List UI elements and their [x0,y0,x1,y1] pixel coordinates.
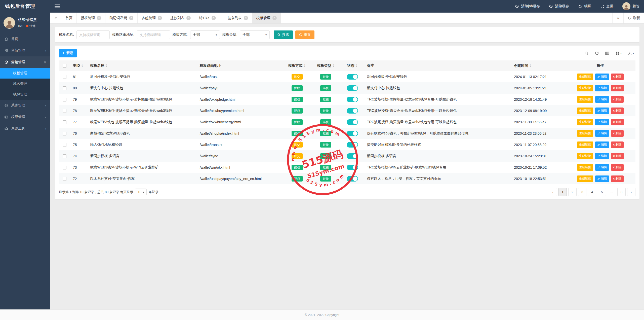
column-header-1[interactable]: 主ID▲▼ [70,60,88,71]
generate-link-button[interactable]: 生成链接 [577,74,593,80]
sidebar-item-marketing[interactable]: 营销管理 ∨ [0,56,50,68]
reset-button[interactable]: 重置 [295,30,314,39]
column-header-5[interactable]: 模板类型▲▼ [311,60,340,71]
status-toggle[interactable] [347,97,358,102]
status-toggle[interactable] [347,176,358,182]
tab-模板管理[interactable]: 模板管理 × [252,13,281,23]
table-search-button[interactable] [584,51,589,55]
sidebar-toggle-button[interactable] [50,0,64,13]
sidebar-item-tools[interactable]: 系统工具 ‹ [0,123,50,134]
sidebar-item-domain[interactable]: 域名管理 [0,79,50,89]
table-refresh-button[interactable] [595,51,599,55]
sort-icon[interactable]: ▲▼ [304,64,306,67]
page-button-4[interactable]: 4 [588,188,596,196]
generate-link-button[interactable]: 生成链接 [577,96,593,103]
row-checkbox[interactable] [63,120,66,124]
next-page-button[interactable]: › [627,188,635,196]
logout-button[interactable]: 注销 [26,24,35,28]
generate-link-button[interactable]: 生成链接 [577,130,593,137]
row-checkbox[interactable] [63,109,66,113]
row-checkbox[interactable] [63,166,66,169]
generate-link-button[interactable]: 生成链接 [577,141,593,148]
page-button-1[interactable]: 1 [558,188,567,196]
select-all-checkbox[interactable] [63,64,66,68]
edit-button[interactable]: 编辑 [595,119,609,125]
generate-link-button[interactable]: 生成链接 [577,108,593,114]
tab-转TRX[interactable]: 转TRX × [195,13,220,23]
row-checkbox[interactable] [63,86,66,90]
status-toggle[interactable] [347,131,358,136]
delete-button[interactable]: ×删除 [611,153,624,159]
clear-cache-button[interactable]: 清除缓存 [544,0,574,13]
sidebar-item-home[interactable]: 首页 [0,33,50,45]
tabs-scroll-left-button[interactable]: « [50,13,61,23]
page-button-5[interactable]: 5 [598,188,606,196]
search-button[interactable]: 搜索 [274,30,293,39]
table-columns-button[interactable] [605,51,609,55]
tab-多签管理[interactable]: 多签管理 × [138,13,166,23]
edit-button[interactable]: 编辑 [595,74,609,80]
tab-一波条列表[interactable]: 一波条列表 × [220,13,252,23]
sidebar-item-fish[interactable]: 鱼苗管理 ‹ [0,45,50,56]
generate-link-button[interactable]: 生成链接 [577,119,593,125]
page-size-select[interactable]: 10 ▴ [135,189,147,195]
tab-提款列表[interactable]: 提款列表 × [166,13,195,23]
template-route-input[interactable] [137,30,170,39]
user-menu[interactable]: 超管 [618,0,644,13]
column-header-4[interactable]: 模板方式▲▼ [283,60,311,71]
sort-icon[interactable]: ▲▼ [81,64,83,67]
tab-首页[interactable]: 首页 [61,13,77,23]
status-toggle[interactable] [347,119,358,125]
sort-icon[interactable]: ▲▼ [529,64,531,67]
edit-button[interactable]: 编辑 [595,164,609,171]
edit-button[interactable]: 编辑 [595,130,609,137]
sort-icon[interactable]: ▲▼ [355,64,357,67]
edit-button[interactable]: 编辑 [595,96,609,103]
page-button-2[interactable]: 2 [568,188,577,196]
tab-助记词私钥[interactable]: 助记词私钥 × [105,13,138,23]
row-checkbox[interactable] [63,143,66,147]
page-button-3[interactable]: 3 [578,188,586,196]
generate-link-button[interactable]: 生成链接 [577,153,593,159]
tab-close-icon[interactable]: × [129,16,133,20]
edit-button[interactable]: 编辑 [595,141,609,148]
tab-close-icon[interactable]: × [272,16,277,20]
delete-button[interactable]: ×删除 [611,74,624,80]
sort-icon[interactable]: ▲▼ [333,64,335,67]
row-checkbox[interactable] [63,132,66,135]
add-button[interactable]: + 新增 [59,49,77,57]
table-layout-button[interactable]: ▾ [615,51,622,55]
tab-close-icon[interactable]: × [158,16,162,20]
delete-button[interactable]: ×删除 [611,164,624,171]
delete-button[interactable]: ×删除 [611,85,624,91]
sidebar-item-wallet[interactable]: 钱包管理 [0,89,50,100]
sidebar-item-template[interactable]: 模板管理 [0,68,50,79]
column-header-6[interactable]: 状态▲▼ [340,60,364,71]
status-toggle[interactable] [347,74,358,80]
tab-close-icon[interactable]: × [244,16,248,20]
delete-button[interactable]: ×删除 [611,108,624,114]
status-toggle[interactable] [347,165,358,170]
delete-button[interactable]: ×删除 [611,175,624,182]
prev-page-button[interactable]: ‹ [549,188,557,196]
sort-icon[interactable]: ▲▼ [106,64,108,67]
template-method-select[interactable]: 全部 ▾ [190,30,220,39]
template-type-select[interactable]: 全部 ▾ [240,30,270,39]
edit-button[interactable]: 编辑 [595,175,609,182]
delete-button[interactable]: ×删除 [611,119,624,125]
clear-job-cache-button[interactable]: 清除job缓存 [510,0,544,13]
tab-close-icon[interactable]: × [97,16,101,20]
delete-button[interactable]: ×删除 [611,96,624,103]
page-button-8[interactable]: 8 [617,188,626,196]
row-checkbox[interactable] [63,177,66,181]
tabs-scroll-right-button[interactable]: » [612,13,623,23]
delete-button[interactable]: ×删除 [611,141,624,148]
tab-close-icon[interactable]: × [186,16,191,20]
edit-button[interactable]: 编辑 [595,153,609,159]
tab-refresh-button[interactable]: 刷新 [623,13,644,23]
generate-link-button[interactable]: 生成链接 [577,175,593,182]
sidebar-item-system[interactable]: 系统管理 ‹ [0,100,50,111]
table-export-button[interactable]: ▾ [628,51,634,55]
generate-link-button[interactable]: 生成链接 [577,164,593,171]
row-checkbox[interactable] [63,98,66,101]
